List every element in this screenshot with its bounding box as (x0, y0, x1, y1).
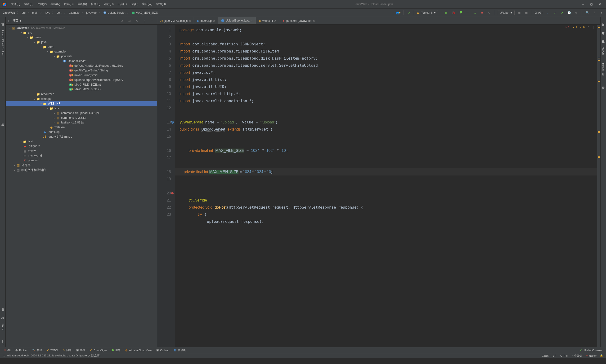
jrebel-run-icon[interactable]: ▦ (516, 10, 522, 15)
editor-tab[interactable]: ◆index.jsp× (194, 17, 218, 24)
tree-node[interactable]: ▸▥临时文件和控制台 (6, 168, 157, 173)
tab-close-icon[interactable]: × (251, 19, 253, 23)
tree-node[interactable]: ◆index.jsp (6, 130, 157, 134)
scroll-indicator[interactable] (597, 25, 600, 347)
jrebel-debug-icon[interactable]: ▦ (523, 10, 529, 15)
menu-tools[interactable]: 工具(T) (116, 1, 129, 7)
run-button[interactable]: ▶ (444, 10, 449, 15)
tree-node[interactable]: ▾📁main (6, 35, 157, 40)
tree-node[interactable]: ▾📁libs (6, 106, 157, 111)
sidebar-commit[interactable]: 提交 (601, 83, 606, 86)
tree-node[interactable]: JSjquery-3.7.1.min.js (6, 134, 157, 139)
tree-node[interactable]: ▾📁example (6, 49, 157, 54)
tree-node[interactable]: ▸📁test (6, 139, 157, 144)
code-editor[interactable]: package com.example.javaweb; import com.… (175, 25, 597, 347)
sidebar-structure[interactable]: 结构 (0, 313, 5, 316)
git-update-icon[interactable]: ↓ (545, 10, 550, 15)
tree-node[interactable]: mdoPost(HttpServletRequest, HttpServ (6, 63, 157, 68)
menu-window[interactable]: 窗口(W) (140, 1, 154, 7)
sidebar-notifications[interactable]: 通知 (601, 19, 606, 23)
tree-node[interactable]: fMAX_MEN_SIZE:int (6, 87, 157, 92)
menu-help[interactable]: 帮助(H) (154, 1, 168, 7)
inspection-weak-icon[interactable]: ▲ 9 (579, 26, 585, 29)
bottom-build[interactable]: 🔨构建 (30, 348, 44, 353)
sidebar-maven[interactable]: Maven (602, 45, 605, 56)
tree-node[interactable]: ▸▦fastjson-1.2.83.jar (6, 120, 157, 125)
breadcrumb-item[interactable]: MAX_MEN_SIZE (131, 11, 159, 15)
bottom-services[interactable]: ⬢服务 (109, 348, 123, 353)
minimize-button[interactable]: ─ (581, 2, 585, 6)
tree-node[interactable]: ◆.gitignore (6, 144, 157, 149)
tree-node[interactable]: ▾📁com (6, 44, 157, 49)
sidebar-database[interactable]: 数据库 (601, 28, 606, 32)
tree-node[interactable]: ▾📁src (6, 30, 157, 35)
jrebel-rocket-icon[interactable]: ↗ (407, 10, 412, 15)
status-branch[interactable]: ⑂ master (586, 354, 596, 357)
bottom-terminal[interactable]: ▣终端 (74, 348, 88, 353)
jrebel-dropdown[interactable]: JRebel ▾ (498, 10, 515, 15)
web-gutter-icon[interactable] (171, 121, 174, 124)
users-icon[interactable]: 👥▾ (396, 10, 401, 15)
tab-close-icon[interactable]: × (213, 19, 215, 23)
bottom-jrebel-console[interactable]: ↗JRebel Console (577, 348, 604, 352)
status-lock-icon[interactable]: 🔒 (600, 354, 603, 357)
tree-node[interactable]: ▸▦外部库 (6, 163, 157, 168)
override-gutter-icon[interactable]: O (171, 192, 174, 195)
bottom-git[interactable]: ⑂Git (2, 348, 13, 352)
editor-tab[interactable]: ▼pom.xml (JavaWeb)× (279, 17, 318, 24)
status-linecol[interactable]: 18:55 (542, 354, 549, 357)
attach-button[interactable]: ⤓ (472, 10, 478, 15)
profile-button[interactable]: ⋯ (465, 10, 470, 15)
tree-node[interactable]: ▾📁java (6, 40, 157, 44)
tree-node[interactable]: ▸▦commons-fileupload-1.3.2.jar (6, 111, 157, 116)
bottom-codeup[interactable]: ▣Codeup (154, 348, 172, 352)
inspection-warning-icon[interactable]: ▲ 1 (572, 26, 577, 29)
menu-git[interactable]: Git(G) (129, 2, 140, 7)
more-icon[interactable]: ▾ (599, 10, 604, 15)
menu-edit[interactable]: 编辑(E) (22, 1, 35, 7)
sidebar-jrebel[interactable]: JRebel (1, 321, 5, 333)
breadcrumb-item[interactable]: com (56, 11, 63, 15)
search-everywhere-icon[interactable]: 🔍 (585, 10, 590, 15)
sidebar-appserver[interactable]: 应用程序服务器 (601, 36, 606, 40)
bottom-profiler[interactable]: ◐Profiler (13, 348, 30, 352)
sidebar-push[interactable]: 推送 (0, 119, 5, 123)
menu-build[interactable]: 构建(B) (89, 1, 102, 7)
breadcrumb-item[interactable]: example (68, 11, 81, 15)
sidebar-restful[interactable]: RestfulTool (602, 61, 605, 78)
sidebar-bookmarks[interactable]: 书签 (0, 304, 5, 308)
git-commit-icon[interactable]: ✓ (552, 10, 557, 15)
breadcrumb-item[interactable]: main (31, 11, 39, 15)
sidebar-project[interactable]: 项目 (0, 19, 5, 23)
tree-node[interactable]: ▾CUploadServlet (6, 59, 157, 63)
maximize-button[interactable]: ▢ (589, 2, 593, 6)
inspection-expand-icon[interactable]: ⌃ (587, 26, 589, 29)
notification-text[interactable]: Alibaba cloud toolkit 2024.2.1-222-231 i… (7, 354, 100, 357)
menu-refactor[interactable]: 重构(R) (76, 1, 89, 7)
tree-node[interactable]: ▤mvnw.cmd (6, 153, 157, 158)
close-button[interactable]: ✕ (598, 2, 602, 6)
tree-node[interactable]: ▾📁javaweb (6, 54, 157, 59)
locate-icon[interactable]: ⊙ (119, 18, 124, 23)
collapse-icon[interactable]: ⇱ (134, 18, 139, 23)
hide-panel-icon[interactable]: — (150, 18, 155, 23)
editor-tab[interactable]: CUploadServlet.java× (218, 17, 256, 24)
tree-node[interactable]: fMAX_FILE_SIZE:int (6, 82, 157, 87)
inspection-more-icon[interactable]: ⋮ (592, 26, 595, 29)
sidebar-web[interactable]: Web (1, 338, 5, 347)
more-run-button[interactable]: ↻ (487, 10, 492, 15)
tree-node[interactable]: ▾📁WEB-INF (6, 101, 157, 106)
tree-node[interactable]: ▤mvnw (6, 149, 157, 153)
status-indent[interactable]: 4 个空格 (572, 354, 582, 357)
menu-file[interactable]: 文件(F) (9, 1, 22, 7)
tree-node[interactable]: ▾📁webapp (6, 96, 157, 101)
inspection-error-icon[interactable]: ⚠ 1 (565, 26, 569, 29)
tree-node[interactable]: ◆web.xml (6, 125, 157, 130)
bottom-problems[interactable]: ⚠问题 (60, 348, 74, 353)
breadcrumb-item[interactable]: JavaWeb (2, 11, 16, 15)
menu-code[interactable]: 代码(C) (62, 1, 76, 7)
git-push-icon[interactable]: ↗ (559, 10, 565, 15)
debug-button[interactable]: 🐞 (451, 10, 456, 15)
bottom-todo[interactable]: ✓TODO (44, 348, 60, 352)
editor-tab[interactable]: ◆web.xml× (256, 17, 279, 24)
